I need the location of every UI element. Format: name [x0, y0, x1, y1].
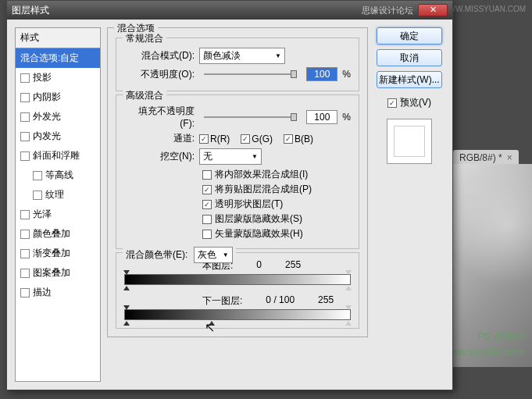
style-item-2[interactable]: 内阴影: [16, 87, 100, 107]
style-item-3[interactable]: 外发光: [16, 107, 100, 126]
layer-style-dialog: 图层样式 思缘设计论坛 ✕ 样式 混合选项:自定投影内阴影外发光内发光斜面和浮雕…: [6, 0, 453, 390]
style-item-9[interactable]: 颜色叠加: [16, 224, 100, 244]
watermark-text-2: www.tata580.com: [453, 346, 524, 358]
style-checkbox[interactable]: [20, 288, 30, 297]
advanced-blend-title: 高级混合: [123, 89, 166, 102]
preview-checkbox[interactable]: [387, 98, 397, 108]
fill-opacity-input[interactable]: 100: [306, 110, 337, 124]
blend-options-group: 混合选项 常规混合 混合模式(D): 颜色减淡▼ 不透明度(O): 100 %: [107, 27, 368, 337]
preview-label: 预览(V): [400, 96, 431, 109]
blend-mode-label: 混合模式(D):: [124, 49, 195, 62]
new-style-button[interactable]: 新建样式(W)...: [377, 71, 442, 88]
adv-opt-checkbox-4[interactable]: [202, 230, 212, 239]
style-item-4[interactable]: 内发光: [16, 126, 100, 146]
style-item-0[interactable]: 混合选项:自定: [16, 48, 100, 68]
watermark-url: WWW.MISSYUAN.COM: [441, 5, 526, 13]
underlying-layer-gradient[interactable]: [124, 309, 351, 320]
style-checkbox[interactable]: [20, 269, 30, 278]
knockout-select[interactable]: 无▼: [199, 148, 262, 165]
channels-label: 通道:: [124, 132, 195, 145]
styles-list: 样式 混合选项:自定投影内阴影外发光内发光斜面和浮雕等高线纹理光泽颜色叠加渐变叠…: [15, 27, 101, 382]
style-item-12[interactable]: 描边: [16, 283, 100, 302]
channel-b-checkbox[interactable]: [284, 134, 293, 144]
blend-if-select[interactable]: 灰色▼: [194, 247, 233, 263]
advanced-blend-group: 高级混合 填充不透明度(F): 100 % 通道: R(R) G(G) B(B): [116, 94, 359, 249]
opacity-label: 不透明度(O):: [124, 68, 195, 81]
style-checkbox[interactable]: [20, 132, 30, 141]
preview-swatch: [387, 119, 432, 164]
style-checkbox[interactable]: [20, 249, 30, 258]
channel-r-checkbox[interactable]: [199, 134, 209, 144]
blend-if-group: 混合颜色带(E): 灰色▼ 本图层: 0 255 下一图层:: [116, 252, 359, 329]
underlying-layer-label: 下一图层:: [202, 294, 242, 308]
style-checkbox[interactable]: [20, 93, 30, 102]
titlebar[interactable]: 图层样式 思缘设计论坛 ✕: [7, 1, 452, 20]
opacity-slider[interactable]: [204, 73, 297, 75]
style-checkbox[interactable]: [33, 191, 42, 200]
canvas-image: PS 教程网 www.tata580.com: [453, 164, 532, 367]
this-layer-gradient[interactable]: [124, 274, 351, 285]
blend-if-title: 混合颜色带(E):: [126, 249, 187, 260]
dialog-subtitle: 思缘设计论坛: [362, 5, 413, 16]
adv-opt-checkbox-0[interactable]: [202, 170, 212, 180]
adv-opt-checkbox-1[interactable]: [202, 185, 212, 194]
document-tab[interactable]: RGB/8#) *×: [453, 150, 519, 166]
blend-mode-select[interactable]: 颜色减淡▼: [199, 48, 285, 64]
style-item-10[interactable]: 渐变叠加: [16, 244, 100, 263]
ok-button[interactable]: 确定: [377, 27, 442, 45]
fill-opacity-label: 填充不透明度(F):: [124, 105, 195, 129]
watermark-text-1: PS 教程网: [477, 330, 524, 344]
knockout-label: 挖空(N):: [124, 150, 195, 163]
fill-opacity-slider[interactable]: [204, 116, 297, 118]
cancel-button[interactable]: 取消: [377, 49, 442, 66]
style-item-6[interactable]: 等高线: [16, 166, 100, 185]
opacity-input[interactable]: 100: [306, 67, 337, 81]
style-item-1[interactable]: 投影: [16, 68, 100, 87]
adv-opt-checkbox-2[interactable]: [202, 200, 212, 209]
style-checkbox[interactable]: [20, 210, 30, 219]
style-item-11[interactable]: 图案叠加: [16, 263, 100, 283]
dialog-title: 图层样式: [12, 4, 362, 17]
style-checkbox[interactable]: [20, 73, 30, 83]
style-item-7[interactable]: 纹理: [16, 185, 100, 205]
style-item-8[interactable]: 光泽: [16, 205, 100, 224]
general-blend-group: 常规混合 混合模式(D): 颜色减淡▼ 不透明度(O): 100 %: [116, 37, 359, 91]
style-checkbox[interactable]: [20, 112, 30, 122]
channel-g-checkbox[interactable]: [241, 134, 250, 144]
chevron-down-icon: ▼: [252, 153, 258, 160]
style-checkbox[interactable]: [20, 230, 30, 239]
style-checkbox[interactable]: [20, 151, 30, 161]
close-button[interactable]: ✕: [418, 4, 448, 16]
close-icon[interactable]: ×: [507, 152, 512, 163]
chevron-down-icon: ▼: [275, 52, 281, 59]
style-item-5[interactable]: 斜面和浮雕: [16, 146, 100, 166]
general-blend-title: 常规混合: [123, 32, 166, 45]
adv-opt-checkbox-3[interactable]: [202, 215, 212, 224]
style-checkbox[interactable]: [33, 171, 42, 180]
styles-header: 样式: [16, 28, 100, 48]
